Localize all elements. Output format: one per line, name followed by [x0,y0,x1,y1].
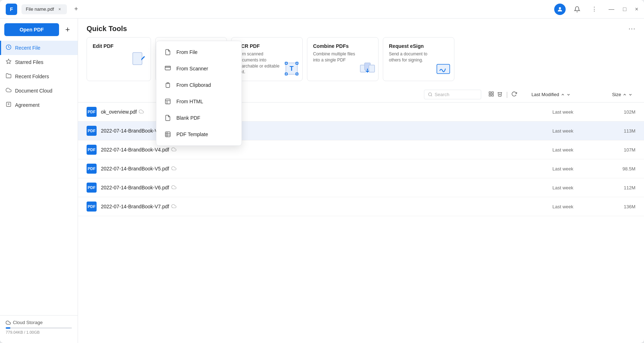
sort-size-btn[interactable]: Size [609,90,635,99]
folder-icon [6,73,11,80]
svg-rect-33 [165,132,170,137]
quick-tools-more-btn[interactable]: ⋯ [628,24,635,33]
dropdown-item-pdf-template[interactable]: PDF Template [156,126,241,143]
sidebar-item-label: Recent File [15,45,40,51]
titlebar-actions: ⋮ — □ × [554,4,638,15]
dropdown-item-from-clipboard[interactable]: From Clipborad [156,77,241,93]
file-row[interactable]: PDF 2022-07-14-BrandBook-V7.pdf Last wee… [78,197,644,216]
tool-card-edit-pdf[interactable]: Edit PDF [87,37,151,81]
file-size: 107M [607,147,635,153]
refresh-btn[interactable] [511,91,517,98]
notification-btn[interactable] [571,4,583,15]
toolbar-icons: | [488,91,517,98]
search-box[interactable]: Search [424,90,481,99]
more-options-btn[interactable]: ⋮ [589,4,600,15]
dropdown-item-icon [164,48,172,56]
storage-detail: 779.04KB / 1.00GB [6,330,72,334]
tool-card-ocr-pdf[interactable]: OCR PDF Turn scanned documents into sear… [231,37,303,81]
dropdown-item-from-scanner[interactable]: From Scanner [156,60,241,77]
dropdown-item-label: Blank PDF [176,115,200,121]
file-name: 2022-07-14-BrandBook-V4.pdf [101,147,548,153]
file-name: 2022-07-14-BrandBook-V7.pdf [101,204,548,210]
cloud-sync-icon [139,109,144,115]
quick-tools-header: Quick Tools ⋯ [78,19,644,37]
svg-rect-23 [492,92,493,94]
sidebar-item-recent-folders[interactable]: Recent Folders [0,69,78,84]
file-row[interactable]: PDF 2022-07-14-BrandBook-V6.pdf Last wee… [78,178,644,197]
file-row[interactable]: PDF 2022-07-14-BrandBook-V5.pdf Last wee… [78,159,644,178]
file-name: 2022-07-14-BrandBook-V5.pdf [101,166,548,172]
dropdown-item-label: From Clipborad [176,82,211,88]
add-new-button[interactable]: + [62,23,73,36]
create-new-dropdown: From File From Scanner From Clipborad Fr… [156,41,242,146]
svg-point-0 [559,7,561,9]
tool-card-combine-pdfs[interactable]: Combine PDFs Combine multiple files into… [307,37,379,81]
sidebar-item-agreement[interactable]: Agreement [0,98,78,112]
file-tab[interactable]: File name.pdf × [21,4,67,14]
svg-point-20 [428,93,431,96]
view-toggle-btn[interactable] [488,91,494,98]
file-icon: PDF [87,183,97,193]
dropdown-item-from-html[interactable]: From HTML [156,93,241,110]
svg-rect-29 [167,83,169,84]
sidebar-item-label: Recent Folders [15,74,49,79]
file-icon: PDF [87,145,97,155]
dropdown-item-icon [164,81,172,89]
cloud-sync-icon [171,204,176,210]
sidebar-footer: Cloud Storage 779.04KB / 1.00GB [0,315,78,339]
tool-title: Request eSign [389,43,448,49]
tool-desc: Turn scanned documents into searchable o… [237,51,284,75]
svg-rect-26 [165,67,171,70]
tool-title: Edit PDF [93,43,145,49]
svg-marker-2 [6,59,11,64]
sidebar-item-document-cloud[interactable]: Document Cloud [0,84,78,98]
svg-rect-17 [369,65,375,72]
svg-rect-30 [165,99,170,104]
file-icon: PDF [87,107,97,117]
dropdown-item-label: From Scanner [176,66,208,71]
search-placeholder: Search [435,92,449,97]
delete-btn[interactable] [497,91,503,98]
storage-bar [6,327,72,329]
open-pdf-button[interactable]: Open PDF [4,23,59,36]
svg-text:T: T [290,65,294,72]
sidebar-item-recent-file[interactable]: Recent File [0,41,78,55]
sidebar-item-label: Starred Files [15,59,43,65]
dropdown-item-label: From HTML [176,99,203,104]
sort-modified-btn[interactable]: Last Modified [528,90,573,99]
tool-card-request-esign[interactable]: Request eSign Send a document to others … [383,37,454,81]
maximize-btn[interactable]: □ [623,6,626,13]
quick-tools-title: Quick Tools [87,25,127,33]
dropdown-item-icon [164,130,172,139]
cloud-sync-icon [171,166,176,172]
tool-title: OCR PDF [237,43,297,49]
file-size: 102M [607,109,635,115]
recent-file-icon [6,44,11,51]
file-size: 112M [607,185,635,190]
sidebar-item-label: Agreement [15,102,39,108]
new-tab-btn[interactable]: + [71,4,81,14]
dropdown-item-icon [164,97,172,106]
file-icon: PDF [87,164,97,174]
sidebar-item-starred-files[interactable]: Starred Files [0,55,78,69]
svg-line-21 [431,95,432,96]
file-size: 113M [607,128,635,134]
tool-desc: Send a document to others for signing. [389,51,435,63]
file-icon: PDF [87,202,97,212]
tool-title: Combine PDFs [313,43,372,49]
svg-rect-28 [165,66,171,67]
cloud-icon [6,87,11,94]
agreement-icon [6,101,11,109]
user-avatar[interactable] [554,4,566,15]
dropdown-item-label: From File [176,49,197,55]
storage-label: Cloud Storage [6,320,72,325]
close-btn[interactable]: × [635,6,638,13]
sidebar: Open PDF + Recent File Starred Files [0,19,78,343]
tab-close-btn[interactable]: × [57,6,63,12]
dropdown-item-icon [164,114,172,122]
dropdown-item-from-file[interactable]: From File [156,44,241,60]
minimize-btn[interactable]: — [609,6,614,13]
dropdown-item-blank-pdf[interactable]: Blank PDF [156,110,241,126]
app-logo: F [6,4,17,15]
file-date: Last week [552,185,602,190]
